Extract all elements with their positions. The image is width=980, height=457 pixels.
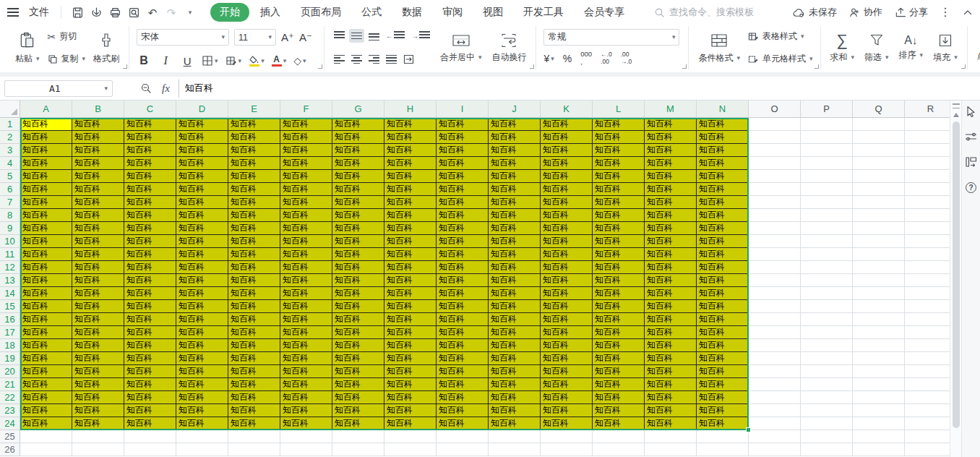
cell-G9[interactable]: 知百科 xyxy=(332,222,384,235)
cell-L19[interactable]: 知百科 xyxy=(593,352,645,365)
cell-G26[interactable] xyxy=(332,443,384,456)
cell-E6[interactable]: 知百科 xyxy=(228,183,280,196)
cell-D1[interactable]: 知百科 xyxy=(176,118,228,131)
row-header-19[interactable]: 19 xyxy=(0,352,20,365)
cell-K1[interactable]: 知百科 xyxy=(541,118,593,131)
cell-A25[interactable] xyxy=(20,430,72,443)
cell-A1[interactable]: 知百科 xyxy=(20,118,72,131)
cell-Q15[interactable] xyxy=(853,300,905,313)
column-header-P[interactable]: P xyxy=(801,101,853,118)
cell-J6[interactable]: 知百科 xyxy=(489,183,541,196)
cell-L13[interactable]: 知百科 xyxy=(593,274,645,287)
cell-R16[interactable] xyxy=(905,313,950,326)
cell-H6[interactable]: 知百科 xyxy=(384,183,437,196)
cell-N7[interactable]: 知百科 xyxy=(697,196,749,209)
cell-M24[interactable]: 知百科 xyxy=(645,417,697,430)
menu-tab-视图[interactable]: 视图 xyxy=(473,3,512,22)
cell-M14[interactable]: 知百科 xyxy=(645,287,697,300)
grow-font-button[interactable]: A⁺ xyxy=(281,31,294,44)
cell-Q10[interactable] xyxy=(853,235,905,248)
cell-D8[interactable]: 知百科 xyxy=(176,209,228,222)
cell-A17[interactable]: 知百科 xyxy=(20,326,72,339)
cell-I22[interactable]: 知百科 xyxy=(437,391,489,404)
shrink-font-button[interactable]: A⁻ xyxy=(299,31,312,44)
cell-I17[interactable]: 知百科 xyxy=(437,326,489,339)
cell-P5[interactable] xyxy=(801,170,853,183)
styles-group-expander[interactable] xyxy=(814,64,819,69)
cell-Q9[interactable] xyxy=(853,222,905,235)
cell-D14[interactable]: 知百科 xyxy=(176,287,228,300)
cell-B9[interactable]: 知百科 xyxy=(72,222,124,235)
bold-button[interactable]: B xyxy=(137,55,151,67)
cell-Q4[interactable] xyxy=(853,157,905,170)
cell-M25[interactable] xyxy=(645,430,697,443)
cell-E9[interactable]: 知百科 xyxy=(228,222,280,235)
cell-E13[interactable]: 知百科 xyxy=(228,274,280,287)
cell-F6[interactable]: 知百科 xyxy=(280,183,332,196)
cell-L10[interactable]: 知百科 xyxy=(593,235,645,248)
cell-N1[interactable]: 知百科 xyxy=(697,118,749,131)
cell-N23[interactable]: 知百科 xyxy=(697,404,749,417)
cell-A10[interactable]: 知百科 xyxy=(20,235,72,248)
split-handle-icon[interactable] xyxy=(953,103,960,108)
cell-B17[interactable]: 知百科 xyxy=(72,326,124,339)
cell-F18[interactable]: 知百科 xyxy=(280,339,332,352)
cell-L8[interactable]: 知百科 xyxy=(593,209,645,222)
cell-E20[interactable]: 知百科 xyxy=(228,365,280,378)
cell-D23[interactable]: 知百科 xyxy=(176,404,228,417)
cell-I5[interactable]: 知百科 xyxy=(437,170,489,183)
cell-L1[interactable]: 知百科 xyxy=(593,118,645,131)
menu-tab-开始[interactable]: 开始 xyxy=(210,3,249,22)
column-header-D[interactable]: D xyxy=(176,101,228,118)
row-header-12[interactable]: 12 xyxy=(0,261,20,274)
cell-F16[interactable]: 知百科 xyxy=(280,313,332,326)
cell-I15[interactable]: 知百科 xyxy=(437,300,489,313)
cell-L24[interactable]: 知百科 xyxy=(593,417,645,430)
text-orientation-button[interactable] xyxy=(401,52,416,67)
cell-B19[interactable]: 知百科 xyxy=(72,352,124,365)
scrollbar-thumb[interactable] xyxy=(953,121,960,428)
cell-F3[interactable]: 知百科 xyxy=(280,144,332,157)
cell-F11[interactable]: 知百科 xyxy=(280,248,332,261)
column-header-Q[interactable]: Q xyxy=(853,101,905,118)
cell-B20[interactable]: 知百科 xyxy=(72,365,124,378)
cell-F20[interactable]: 知百科 xyxy=(280,365,332,378)
cell-B12[interactable]: 知百科 xyxy=(72,261,124,274)
cell-F10[interactable]: 知百科 xyxy=(280,235,332,248)
cell-F22[interactable]: 知百科 xyxy=(280,391,332,404)
cell-I12[interactable]: 知百科 xyxy=(437,261,489,274)
cell-G24[interactable]: 知百科 xyxy=(332,417,384,430)
cell-K24[interactable]: 知百科 xyxy=(541,417,593,430)
cell-O11[interactable] xyxy=(749,248,801,261)
cell-J17[interactable]: 知百科 xyxy=(489,326,541,339)
cell-G22[interactable]: 知百科 xyxy=(332,391,384,404)
draw-border-button[interactable]: ▾ xyxy=(225,55,242,67)
cell-K7[interactable]: 知百科 xyxy=(541,196,593,209)
cell-G2[interactable]: 知百科 xyxy=(332,131,384,144)
cell-O15[interactable] xyxy=(749,300,801,313)
cell-N24[interactable]: 知百科 xyxy=(697,417,749,430)
cell-B11[interactable]: 知百科 xyxy=(72,248,124,261)
cell-O20[interactable] xyxy=(749,365,801,378)
cell-H24[interactable]: 知百科 xyxy=(384,417,437,430)
row-header-15[interactable]: 15 xyxy=(0,300,20,313)
row-header-17[interactable]: 17 xyxy=(0,326,20,339)
cell-B21[interactable]: 知百科 xyxy=(72,378,124,391)
cell-L26[interactable] xyxy=(593,443,645,456)
cell-J8[interactable]: 知百科 xyxy=(489,209,541,222)
cell-O2[interactable] xyxy=(749,131,801,144)
cell-I7[interactable]: 知百科 xyxy=(437,196,489,209)
row-header-3[interactable]: 3 xyxy=(0,144,20,157)
cell-O8[interactable] xyxy=(749,209,801,222)
vertical-scrollbar[interactable] xyxy=(950,101,961,457)
cell-M6[interactable]: 知百科 xyxy=(645,183,697,196)
cell-I1[interactable]: 知百科 xyxy=(437,118,489,131)
align-right-button[interactable] xyxy=(366,53,382,67)
cell-O9[interactable] xyxy=(749,222,801,235)
cell-P21[interactable] xyxy=(801,378,853,391)
cell-F17[interactable]: 知百科 xyxy=(280,326,332,339)
cell-Q24[interactable] xyxy=(853,417,905,430)
cell-H10[interactable]: 知百科 xyxy=(384,235,437,248)
cell-E5[interactable]: 知百科 xyxy=(228,170,280,183)
cell-P19[interactable] xyxy=(801,352,853,365)
